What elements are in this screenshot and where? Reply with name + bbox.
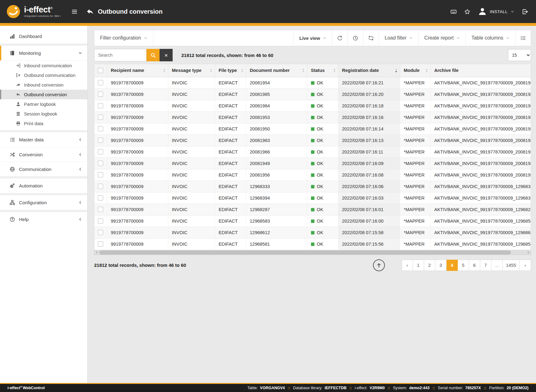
cell-registration-date: 2022/02/08 07:16:08: [338, 169, 400, 181]
row-checkbox[interactable]: [98, 161, 103, 166]
sidebar-item-monitoring[interactable]: Monitoring: [0, 46, 87, 60]
column-header-document-number[interactable]: Document number▲▼: [246, 64, 307, 77]
sidebar-item-master-data[interactable]: Master data: [0, 132, 87, 147]
column-header-registration-date[interactable]: Registration date▲▼: [338, 64, 400, 77]
row-checkbox[interactable]: [98, 172, 103, 177]
main-content: Filter configuration Live view Load filt…: [88, 26, 536, 383]
page-button-1455[interactable]: 1455: [503, 260, 520, 271]
cell-registration-date: 2022/02/08 07:16:14: [338, 123, 400, 135]
row-checkbox[interactable]: [98, 195, 103, 201]
pagination-row: 21812 total records, shown: from 46 to 6…: [94, 259, 531, 271]
horizontal-scrollbar[interactable]: ‹ ›: [94, 250, 531, 255]
row-select-cell: [94, 227, 107, 238]
page-button-1[interactable]: 1: [413, 260, 424, 271]
sidebar-item-configuration[interactable]: Configuration: [0, 195, 87, 210]
select-all-checkbox[interactable]: [98, 68, 103, 73]
auto-refresh-button[interactable]: [347, 30, 363, 46]
scrollbar-track[interactable]: [99, 250, 526, 255]
table-row: 9919778700009INVOICEDIFACT12968287OK2022…: [94, 204, 531, 215]
app-logo[interactable]: i-effect® integrated solutions for IBM i: [0, 4, 64, 19]
menu-toggle-button[interactable]: [71, 9, 78, 14]
page-button-4[interactable]: 4: [447, 260, 458, 271]
clear-search-button[interactable]: ×: [160, 49, 173, 61]
sidebar-item-label: Automation: [19, 183, 82, 188]
sidebar-item-print-data[interactable]: Print data: [0, 119, 87, 128]
sidebar-item-automation[interactable]: Automation: [0, 178, 87, 193]
scroll-right-icon[interactable]: ›: [526, 250, 531, 254]
page-button-7[interactable]: 7: [480, 260, 491, 271]
status-ok-icon: [311, 162, 314, 165]
cell-recipient-name: 9919778700009: [107, 238, 168, 250]
sidebar-item-label: Inbound conversion: [24, 83, 83, 87]
sidebar-item-conversion[interactable]: Conversion: [0, 147, 87, 162]
sidebar-item-partner-logbook[interactable]: Partner logbook: [0, 99, 87, 109]
row-checkbox[interactable]: [98, 138, 103, 143]
row-checkbox[interactable]: [98, 241, 103, 247]
row-checkbox[interactable]: [98, 207, 103, 212]
clock-icon: [353, 35, 358, 41]
sidebar-item-help[interactable]: Help: [0, 212, 87, 227]
console-button[interactable]: [451, 9, 457, 15]
row-checkbox[interactable]: [98, 149, 103, 154]
sidebar-item-outbound-conversion[interactable]: Outbound conversion: [0, 90, 87, 99]
scroll-left-icon[interactable]: ‹: [94, 250, 99, 254]
refresh-button[interactable]: [332, 30, 347, 46]
cell-document-number: 20081950: [246, 123, 307, 135]
search-input[interactable]: [94, 49, 146, 61]
page-button-2[interactable]: 2: [424, 260, 435, 271]
previous-page-button[interactable]: ‹: [402, 260, 413, 271]
cell-file-type: EDIFACT: [215, 238, 246, 250]
row-checkbox[interactable]: [98, 103, 103, 108]
sidebar-item-inbound-conversion[interactable]: Inbound conversion: [0, 80, 87, 90]
next-page-button[interactable]: ›: [520, 260, 531, 271]
live-view-dropdown[interactable]: Live view: [293, 30, 332, 46]
row-checkbox[interactable]: [98, 218, 103, 224]
column-header-status[interactable]: Status▲▼: [307, 64, 338, 77]
row-checkbox[interactable]: [98, 115, 103, 120]
search-button[interactable]: [146, 49, 160, 61]
cell-module: *MAPPER: [400, 227, 430, 238]
sort-desc-icon: ▼: [425, 70, 428, 73]
create-report-dropdown[interactable]: Create report: [418, 30, 465, 46]
logout-button[interactable]: [522, 9, 528, 15]
cell-message-type: INVOIC: [168, 111, 215, 123]
row-checkbox[interactable]: [98, 126, 103, 131]
user-icon: [16, 102, 21, 106]
sidebar-item-session-logbook[interactable]: Session logbook: [0, 109, 87, 119]
page-button-3[interactable]: 3: [435, 260, 447, 271]
cell-registration-date: 2022/02/08 07:16:11: [338, 146, 400, 158]
column-header-module[interactable]: Module▲▼: [400, 64, 430, 77]
list-view-button[interactable]: [515, 30, 531, 46]
page-button-5[interactable]: 5: [458, 260, 469, 271]
page-button-6[interactable]: 6: [469, 260, 480, 271]
sidebar-item-outbound-communication[interactable]: Outbound communication: [0, 70, 87, 80]
star-icon: [464, 9, 470, 15]
scrollbar-thumb[interactable]: [99, 251, 511, 254]
cell-recipient-name: 9919778700009: [107, 146, 168, 158]
status-ok-icon: [311, 116, 314, 119]
column-header-archive-file[interactable]: Archive file: [430, 64, 531, 77]
column-header-recipient-name[interactable]: Recipient name▲▼: [107, 64, 168, 77]
filter-configuration-dropdown[interactable]: Filter configuration: [94, 30, 153, 46]
row-checkbox[interactable]: [98, 230, 103, 235]
column-header-file-type[interactable]: File type▲▼: [215, 64, 246, 77]
cell-file-type: EDIFACT: [215, 123, 246, 135]
scroll-top-button[interactable]: [373, 259, 385, 271]
table-columns-dropdown[interactable]: Table columns: [466, 30, 515, 46]
reprocess-button[interactable]: [363, 30, 379, 46]
row-checkbox[interactable]: [98, 80, 103, 85]
favorites-button[interactable]: [464, 9, 470, 15]
sidebar-item-communication[interactable]: Communication: [0, 162, 87, 176]
column-header-message-type[interactable]: Message type▲▼: [168, 64, 215, 77]
row-checkbox[interactable]: [98, 184, 103, 189]
chevron-down-icon: [78, 51, 82, 55]
status-text: OK: [317, 149, 323, 154]
row-select-cell: [94, 77, 107, 88]
status-text: OK: [317, 161, 323, 166]
row-checkbox[interactable]: [98, 92, 103, 97]
load-filter-dropdown[interactable]: Load filter: [379, 30, 418, 46]
page-size-select[interactable]: 15: [508, 49, 531, 61]
user-menu[interactable]: INSTALL: [478, 7, 514, 16]
sidebar-item-dashboard[interactable]: Dashboard: [0, 29, 87, 44]
sidebar-item-inbound-communication[interactable]: Inbound communication: [0, 61, 87, 70]
